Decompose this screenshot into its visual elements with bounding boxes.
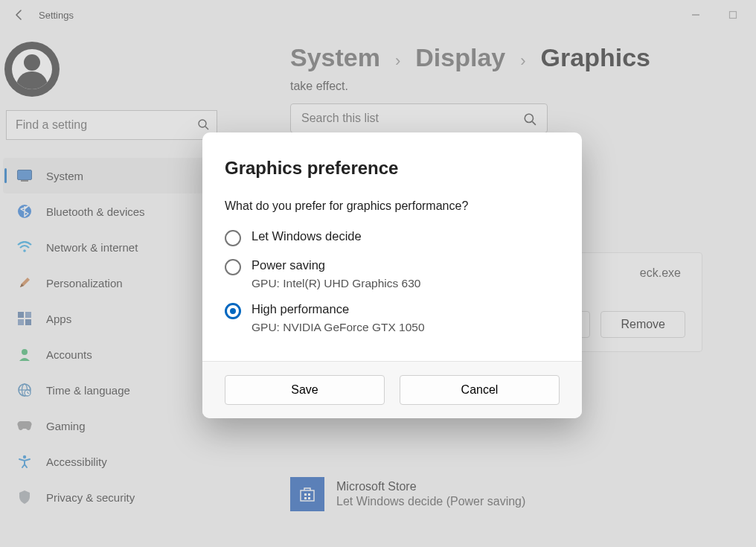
radio-icon: [225, 230, 241, 246]
dialog-subtitle: What do you prefer for graphics performa…: [225, 199, 560, 213]
dialog-title: Graphics preference: [225, 158, 560, 179]
radio-icon: [225, 303, 241, 319]
save-button[interactable]: Save: [225, 375, 385, 405]
cancel-button[interactable]: Cancel: [400, 375, 560, 405]
option-high-performance[interactable]: High performance GPU: NVIDIA GeForce GTX…: [225, 302, 560, 334]
radio-icon: [225, 259, 241, 275]
option-power-saving[interactable]: Power saving GPU: Intel(R) UHD Graphics …: [225, 258, 560, 290]
option-label: High performance: [252, 302, 425, 316]
graphics-preference-dialog: Graphics preference What do you prefer f…: [202, 132, 582, 418]
option-gpu: GPU: NVIDIA GeForce GTX 1050: [252, 321, 425, 334]
option-let-windows-decide[interactable]: Let Windows decide: [225, 229, 560, 246]
option-gpu: GPU: Intel(R) UHD Graphics 630: [252, 277, 420, 290]
option-label: Power saving: [252, 258, 420, 272]
option-label: Let Windows decide: [252, 229, 362, 243]
